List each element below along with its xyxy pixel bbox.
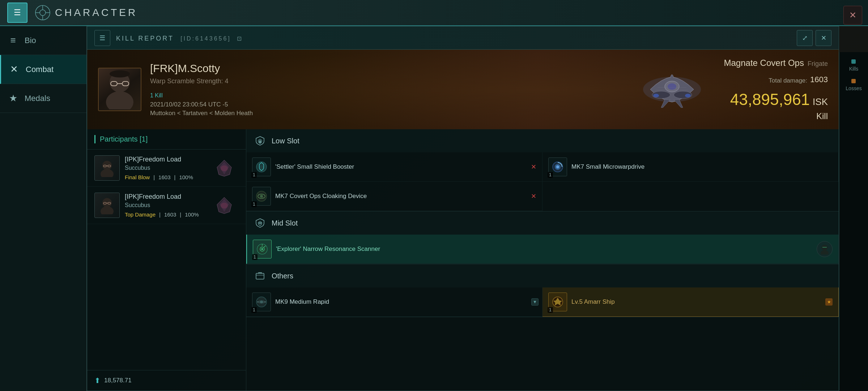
svg-point-28 [101, 206, 114, 214]
scanner-name: 'Explorer' Narrow Resonance Scanner [276, 245, 812, 253]
mid-slot-title: Mid Slot [272, 219, 298, 227]
stats-kills[interactable]: Kills [849, 59, 859, 72]
svg-point-16 [685, 94, 691, 97]
participant-avatar-2 [94, 193, 120, 218]
kill-report-id: [ID:6143656] [180, 35, 231, 42]
combat-icon: ✕ [8, 64, 20, 75]
modal-menu-button[interactable]: ☰ [94, 30, 110, 46]
others-items: 1 MK9 Medium Rapid ▼ [246, 287, 839, 317]
modal-header: ☰ KILL REPORT [ID:6143656] ⊡ ⤢ ✕ [87, 26, 839, 50]
participant-face-1 [98, 159, 116, 177]
top-damage-val: 1603 [164, 211, 176, 218]
participant-info-1: [IPK]Freedom Load Succubus Final Blow | … [125, 156, 205, 180]
amarr-name: Lv.5 Amarr Ship [571, 298, 821, 306]
app-title: CHARACTER [55, 7, 137, 18]
logo-icon [35, 5, 51, 21]
participant-ship-icon-2 [210, 194, 239, 216]
sidebar-item-medals[interactable]: ★ Medals [0, 84, 86, 113]
kills-label: Kills [849, 66, 859, 72]
others-header: Others [246, 264, 839, 287]
kill-datetime: 2021/10/02 23:00:54 UTC -5 [150, 101, 620, 108]
sidebar: ≡ Bio ✕ Combat ★ Medals [0, 26, 87, 391]
mk9-rapid-icon [255, 295, 268, 308]
kill-banner: [FRK]M.Scotty Warp Scramble Strength: 4 … [87, 50, 839, 129]
pilot-info: [FRK]M.Scotty Warp Scramble Strength: 4 … [150, 62, 620, 117]
external-link-icon: ⤢ [802, 34, 808, 42]
stats-losses[interactable]: Losses [846, 79, 861, 91]
participant-ship-1: Succubus [125, 165, 205, 171]
sidebar-item-combat[interactable]: ✕ Combat [0, 55, 86, 84]
shield-down-icon [255, 135, 265, 146]
modal-close-button[interactable]: ✕ [816, 30, 831, 46]
participants-title: Participants [1] [94, 135, 239, 143]
kill-stats: Magnate Covert Ops Frigate Total damage:… [724, 58, 828, 121]
top-damage-sep2: | [180, 211, 181, 218]
svg-rect-53 [256, 273, 264, 279]
succubus-icon-2 [212, 196, 237, 215]
final-blow-pct-val: 100% [179, 174, 193, 180]
mk9-name: MK9 Medium Rapid [275, 298, 536, 306]
sidebar-item-bio[interactable]: ≡ Bio [0, 26, 86, 55]
shield-mid-icon [255, 218, 265, 228]
svg-point-57 [260, 300, 263, 303]
ship-image [629, 57, 715, 122]
final-blow-damage: | [153, 174, 155, 180]
others-title: Others [272, 272, 293, 280]
settler-shield-name: 'Settler' Small Shield Booster [275, 163, 527, 171]
participant-entry-1[interactable]: [IPK]Freedom Load Succubus Final Blow | … [87, 150, 246, 187]
low-slot-icon [254, 134, 267, 147]
losses-label: Losses [846, 85, 861, 91]
others-item-2[interactable]: 1 Lv.5 Amarr Ship ★ [542, 287, 839, 317]
final-blow-pct: | [174, 174, 175, 180]
shield-booster-icon [255, 160, 268, 173]
top-damage-sep1: | [159, 211, 161, 218]
cloak-destroy[interactable]: ✕ [531, 192, 536, 200]
final-blow-dmg-val: 1603 [158, 174, 170, 180]
low-slot-section: Low Slot 1 [246, 129, 839, 211]
participants-header: Participants [1] [87, 129, 246, 150]
ship-illustration [636, 60, 708, 118]
svg-point-22 [101, 169, 114, 177]
sidebar-label-bio: Bio [25, 36, 36, 45]
copy-id-icon[interactable]: ⊡ [237, 35, 243, 42]
cloak-name: MK7 Covert Ops Cloaking Device [275, 192, 527, 200]
svg-point-50 [822, 245, 827, 251]
settler-shield-destroy[interactable]: ✕ [531, 163, 536, 171]
bottom-value: 18,578.71 [104, 377, 132, 384]
external-link-button[interactable]: ⤢ [797, 30, 813, 46]
participant-ship-icon-1 [210, 157, 239, 179]
mk9-qty: 1 [251, 307, 257, 313]
kills-dot [851, 59, 856, 64]
mid-slot-items: 1 'Explorer' Narrow Resonance Scanner [246, 235, 839, 264]
losses-dot [851, 79, 856, 83]
participant-name-1: [IPK]Freedom Load [125, 156, 205, 163]
kill-location: Muttokon < Tartatven < Molden Heath [150, 110, 620, 117]
participant-name-2: [IPK]Freedom Load [125, 193, 205, 201]
others-item-1[interactable]: 1 MK9 Medium Rapid ▼ [246, 287, 542, 317]
low-slot-item-3[interactable]: 1 MK7 Covert Ops Cloaking Device ✕ [246, 182, 542, 211]
hamburger-menu-button[interactable]: ☰ [7, 3, 27, 23]
mid-slot-item-1[interactable]: 1 'Explorer' Narrow Resonance Scanner [246, 235, 839, 264]
hamburger-icon: ☰ [14, 8, 21, 17]
avatar-silhouette [100, 70, 140, 109]
participant-info-2: [IPK]Freedom Load Succubus Top Damage | … [125, 193, 205, 218]
stats-side-panel: Kills Losses [839, 52, 868, 391]
participant-entry-2[interactable]: [IPK]Freedom Load Succubus Top Damage | … [87, 187, 246, 224]
scanner-pilot-avatar [817, 241, 833, 257]
window-close-button[interactable]: ✕ [843, 6, 862, 25]
kill-body: Participants [1] [IPK]Free [87, 129, 839, 391]
close-x-icon: ✕ [849, 10, 856, 20]
cloaking-device-icon [255, 190, 268, 203]
svg-point-32 [221, 203, 228, 209]
svg-point-18 [668, 83, 676, 90]
low-slot-item-2[interactable]: 1 MK7 Small Microwarpdrive [542, 152, 839, 182]
bottom-bar: ⬆ 18,578.71 [87, 370, 246, 391]
modal-close-icon: ✕ [821, 34, 826, 42]
low-slot-item-1[interactable]: 1 'Settler' Small Shield Booster ✕ [246, 152, 542, 182]
kill-report-title-text: KILL REPORT [116, 35, 174, 42]
mk9-dropdown[interactable]: ▼ [531, 298, 539, 306]
participant-ship-2: Succubus [125, 202, 205, 209]
participant-face-2 [98, 196, 116, 214]
final-blow-label: Final Blow [125, 174, 150, 180]
pilot-avatar-small [819, 244, 830, 255]
